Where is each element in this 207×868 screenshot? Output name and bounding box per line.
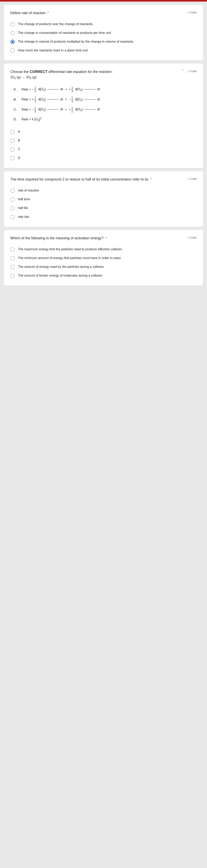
q3-radio-b[interactable] bbox=[10, 197, 15, 202]
question-header-1: Define rate of reaction * 1 mata bbox=[10, 10, 197, 16]
q4-mata: 1 mata bbox=[188, 236, 197, 239]
q3-option-b[interactable]: half time bbox=[10, 195, 197, 204]
question-card-2: Choose the CORRECT differential rate equ… bbox=[4, 64, 203, 168]
q3-title-text: The time required for compound Z to redu… bbox=[10, 177, 148, 181]
q2-eq-b-content: Rate = +12 d[O3] ───── dt = −13 d[O2] ──… bbox=[22, 96, 100, 103]
q1-radio-a[interactable] bbox=[10, 22, 15, 27]
q2-mata: 1 mata bbox=[188, 69, 197, 73]
q4-option-c[interactable]: The amount of energy used by the particl… bbox=[10, 262, 197, 271]
q2-eq-a-content: Rate = −12 d[O2] ───── dt = +13 d[O2] ──… bbox=[22, 86, 100, 93]
q3-option-c[interactable]: half life bbox=[10, 204, 197, 212]
q3-option-a[interactable]: rate of reaction bbox=[10, 186, 197, 195]
question-header-2: Choose the CORRECT differential rate equ… bbox=[10, 69, 197, 81]
q2-option-d-text: D bbox=[18, 156, 20, 160]
q1-title-text: Define rate of reaction bbox=[10, 11, 45, 15]
q3-required-star: * bbox=[150, 177, 151, 181]
q4-options-list: The maximum energy that the particles ne… bbox=[10, 245, 197, 280]
q4-option-d-text: The amount of kinetic energy of molecule… bbox=[18, 273, 102, 278]
q1-radio-d[interactable] bbox=[10, 49, 15, 53]
q4-option-a-text: The maximum energy that the particles ne… bbox=[18, 247, 123, 252]
q1-required-star: * bbox=[47, 11, 49, 15]
q3-options-list: rate of reaction half time half life rat… bbox=[10, 186, 197, 221]
q2-eq-a-label: A. bbox=[13, 88, 22, 91]
q3-option-a-text: rate of reaction bbox=[18, 188, 39, 193]
q4-option-a[interactable]: The maximum energy that the particles ne… bbox=[10, 245, 197, 254]
q2-eq-c-content: Rate = −13 d[O3] ───── dt = +12 d[O2] ──… bbox=[22, 106, 100, 113]
q2-required-star: * bbox=[182, 69, 183, 73]
question-card-3: The time required for compound Z to redu… bbox=[4, 171, 203, 227]
q4-radio-d[interactable] bbox=[10, 274, 15, 278]
q1-radio-b[interactable] bbox=[10, 31, 15, 35]
q2-eq-b: B. Rate = +12 d[O3] ───── dt = −13 d[O2]… bbox=[13, 94, 197, 104]
q4-option-b[interactable]: The minimum amount of energy that partic… bbox=[10, 254, 197, 262]
q2-equations: A. Rate = −12 d[O2] ───── dt = +13 d[O2]… bbox=[13, 85, 197, 124]
q4-radio-c[interactable] bbox=[10, 265, 15, 269]
q2-option-b-text: B bbox=[18, 138, 20, 143]
q1-option-c[interactable]: The change in volume of products multipl… bbox=[10, 37, 197, 46]
q2-option-d[interactable]: D bbox=[10, 154, 197, 162]
q2-option-b[interactable]: B bbox=[10, 136, 197, 145]
q2-radio-b[interactable] bbox=[10, 138, 15, 143]
q4-radio-a[interactable] bbox=[10, 247, 15, 252]
q1-option-b-text: The change in concentration of reactants… bbox=[18, 30, 112, 35]
q2-radio-a[interactable] bbox=[10, 130, 15, 134]
q3-option-b-text: half time bbox=[18, 197, 30, 202]
question-title-3: The time required for compound Z to redu… bbox=[10, 177, 185, 182]
q4-option-b-text: The minimum amount of energy that partic… bbox=[18, 256, 122, 260]
q1-option-a-text: The change of products over the change o… bbox=[18, 22, 94, 27]
q2-option-a-text: A bbox=[18, 129, 20, 134]
q4-option-d[interactable]: The amount of kinetic energy of molecule… bbox=[10, 271, 197, 280]
q3-option-d-text: rate law bbox=[18, 214, 29, 219]
q4-option-c-text: The amount of energy used by the particl… bbox=[18, 265, 105, 269]
question-header-3: The time required for compound Z to redu… bbox=[10, 177, 197, 182]
q3-radio-a[interactable] bbox=[10, 188, 15, 193]
q2-reaction: 203 (g) → 302 (g) bbox=[10, 75, 36, 79]
q2-eq-a: A. Rate = −12 d[O2] ───── dt = +13 d[O2]… bbox=[13, 85, 197, 95]
q3-radio-d[interactable] bbox=[10, 215, 15, 219]
q1-radio-c[interactable] bbox=[10, 40, 15, 44]
q4-radio-b[interactable] bbox=[10, 256, 15, 260]
question-title-1: Define rate of reaction * bbox=[10, 10, 185, 16]
q1-option-d[interactable]: How much the reactants react in a given … bbox=[10, 46, 197, 55]
q2-options-list: A B C D bbox=[10, 127, 197, 162]
question-title-4: Which of the following is the meaning of… bbox=[10, 236, 185, 241]
q2-eq-d-label: D. bbox=[13, 117, 22, 121]
page-container: Define rate of reaction * 1 mata The cha… bbox=[0, 0, 207, 329]
q1-mata: 1 mata bbox=[188, 10, 197, 14]
bottom-spacer bbox=[0, 289, 207, 329]
q2-radio-d[interactable] bbox=[10, 156, 15, 160]
q2-eq-d: D. Rate = k [O3]2 bbox=[13, 115, 197, 124]
top-bar bbox=[0, 0, 207, 2]
question-header-4: Which of the following is the meaning of… bbox=[10, 236, 197, 241]
q4-title-text: Which of the following is the meaning of… bbox=[10, 236, 104, 240]
q2-eq-b-label: B. bbox=[13, 98, 22, 102]
q2-eq-d-content: Rate = k [O3]2 bbox=[22, 116, 42, 123]
q4-required-star: * bbox=[105, 236, 107, 240]
question-title-2: Choose the CORRECT differential rate equ… bbox=[10, 69, 181, 81]
q3-option-d[interactable]: rate law bbox=[10, 212, 197, 221]
question-card-1: Define rate of reaction * 1 mata The cha… bbox=[4, 5, 203, 60]
q1-options-list: The change of products over the change o… bbox=[10, 20, 197, 55]
q1-option-a[interactable]: The change of products over the change o… bbox=[10, 20, 197, 29]
q2-radio-c[interactable] bbox=[10, 147, 15, 152]
q2-eq-c: C. Rate = −13 d[O3] ───── dt = +12 d[O2]… bbox=[13, 104, 197, 115]
q2-option-c-text: C bbox=[18, 147, 20, 152]
q3-radio-c[interactable] bbox=[10, 206, 15, 210]
q2-bold: CORRECT bbox=[30, 70, 47, 74]
q2-eq-c-label: C. bbox=[13, 107, 22, 112]
q3-option-c-text: half life bbox=[18, 206, 28, 210]
q2-option-c[interactable]: C bbox=[10, 145, 197, 154]
q1-option-d-text: How much the reactants react in a given … bbox=[18, 48, 89, 53]
q1-option-b[interactable]: The change in concentration of reactants… bbox=[10, 29, 197, 37]
q2-option-a[interactable]: A bbox=[10, 127, 197, 136]
q1-option-c-text: The change in volume of products multipl… bbox=[18, 39, 134, 44]
q3-mata: 1 mata bbox=[188, 177, 197, 180]
question-card-4: Which of the following is the meaning of… bbox=[4, 230, 203, 285]
